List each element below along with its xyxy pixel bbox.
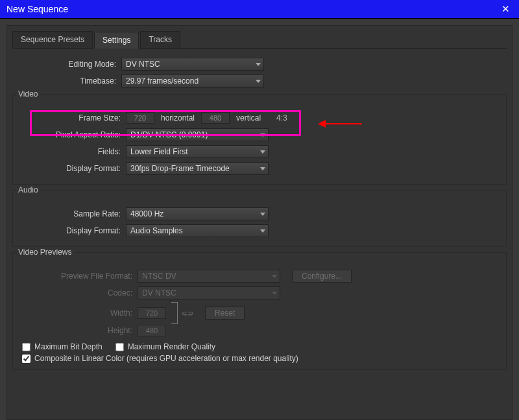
fields-value: Lower Field First bbox=[130, 147, 188, 156]
frame-height-input[interactable]: 480 bbox=[201, 112, 230, 124]
pixel-aspect-value: D1/DV NTSC (0.9091) bbox=[130, 130, 208, 139]
video-section: Video Frame Size: 720 horizontal 480 ver… bbox=[12, 94, 507, 185]
chevron-down-icon bbox=[260, 167, 265, 170]
preview-width-input: 720 bbox=[138, 307, 166, 319]
preview-file-format-select: NTSC DV bbox=[138, 270, 280, 283]
max-render-quality-input[interactable] bbox=[115, 343, 124, 351]
reset-button: Reset bbox=[205, 307, 245, 320]
composite-linear-label: Composite in Linear Color (requires GPU … bbox=[34, 354, 298, 363]
video-display-format-label: Display Format: bbox=[17, 164, 121, 173]
svg-marker-1 bbox=[318, 120, 326, 128]
aspect-ratio-label: 4:3 bbox=[276, 113, 287, 122]
dialog-body: Sequence Presets Settings Tracks Editing… bbox=[0, 18, 519, 420]
tab-row: Sequence Presets Settings Tracks bbox=[12, 31, 507, 49]
max-bit-depth-checkbox[interactable]: Maximum Bit Depth bbox=[22, 342, 103, 351]
horizontal-label: horizontal bbox=[161, 113, 195, 122]
bracket-icon bbox=[171, 302, 178, 324]
codec-select: DV NTSC bbox=[138, 286, 280, 299]
chevron-down-icon bbox=[260, 213, 265, 216]
audio-section: Audio Sample Rate: 48000 Hz Display Form… bbox=[12, 190, 507, 247]
annotation-arrow-icon bbox=[317, 118, 363, 130]
titlebar: New Sequence ✕ bbox=[0, 0, 519, 18]
composite-linear-input[interactable] bbox=[22, 355, 30, 363]
chevron-down-icon bbox=[260, 229, 265, 233]
preview-width-label: Width: bbox=[17, 309, 132, 318]
tab-settings[interactable]: Settings bbox=[94, 32, 139, 49]
chevron-down-icon bbox=[260, 150, 265, 154]
configure-button: Configure... bbox=[292, 270, 352, 283]
window-title: New Sequence bbox=[6, 4, 68, 14]
vertical-label: vertical bbox=[236, 113, 261, 122]
dialog-inner: Sequence Presets Settings Tracks Editing… bbox=[6, 25, 513, 420]
max-render-quality-checkbox[interactable]: Maximum Render Quality bbox=[115, 342, 215, 351]
max-bit-depth-input[interactable] bbox=[22, 343, 30, 351]
previews-section-title: Video Previews bbox=[16, 248, 75, 257]
timebase-select[interactable]: 29.97 frames/second bbox=[121, 75, 264, 88]
audio-display-format-label: Display Format: bbox=[17, 226, 121, 235]
link-icon[interactable]: ⊂⊃ bbox=[182, 309, 193, 318]
editing-mode-value: DV NTSC bbox=[126, 60, 160, 69]
close-icon[interactable]: ✕ bbox=[498, 3, 514, 15]
chevron-down-icon bbox=[272, 292, 277, 295]
sample-rate-label: Sample Rate: bbox=[17, 209, 121, 218]
codec-label: Codec: bbox=[17, 288, 132, 298]
codec-value: DV NTSC bbox=[142, 288, 176, 298]
fields-label: Fields: bbox=[17, 147, 121, 156]
tab-tracks[interactable]: Tracks bbox=[140, 31, 180, 48]
editing-mode-label: Editing Mode: bbox=[12, 60, 116, 69]
video-previews-section: Video Previews Preview File Format: NTSC… bbox=[12, 252, 507, 370]
chevron-down-icon bbox=[256, 63, 261, 66]
preview-height-input: 480 bbox=[138, 325, 166, 336]
timebase-label: Timebase: bbox=[12, 76, 116, 86]
audio-section-title: Audio bbox=[16, 185, 41, 194]
timebase-value: 29.97 frames/second bbox=[126, 76, 199, 86]
preview-file-format-label: Preview File Format: bbox=[17, 272, 132, 281]
video-section-title: Video bbox=[16, 89, 40, 99]
sample-rate-select[interactable]: 48000 Hz bbox=[126, 207, 269, 220]
sample-rate-value: 48000 Hz bbox=[130, 209, 163, 218]
video-display-format-select[interactable]: 30fps Drop-Frame Timecode bbox=[126, 162, 269, 175]
audio-display-format-select[interactable]: Audio Samples bbox=[126, 224, 269, 237]
max-bit-depth-label: Maximum Bit Depth bbox=[34, 342, 103, 351]
frame-size-label: Frame Size: bbox=[17, 113, 121, 122]
pixel-aspect-select[interactable]: D1/DV NTSC (0.9091) bbox=[126, 128, 269, 141]
pixel-aspect-label: Pixel Aspect Ratio: bbox=[17, 130, 121, 139]
audio-display-format-value: Audio Samples bbox=[130, 226, 183, 235]
chevron-down-icon bbox=[260, 134, 265, 137]
frame-width-input[interactable]: 720 bbox=[126, 112, 154, 124]
preview-height-label: Height: bbox=[17, 326, 132, 335]
chevron-down-icon bbox=[272, 275, 277, 278]
max-render-quality-label: Maximum Render Quality bbox=[128, 342, 215, 351]
video-display-format-value: 30fps Drop-Frame Timecode bbox=[130, 164, 230, 173]
fields-select[interactable]: Lower Field First bbox=[126, 145, 269, 158]
preview-file-format-value: NTSC DV bbox=[142, 272, 176, 281]
editing-mode-select[interactable]: DV NTSC bbox=[121, 58, 264, 71]
chevron-down-icon bbox=[256, 80, 261, 83]
tab-sequence-presets[interactable]: Sequence Presets bbox=[12, 31, 93, 48]
